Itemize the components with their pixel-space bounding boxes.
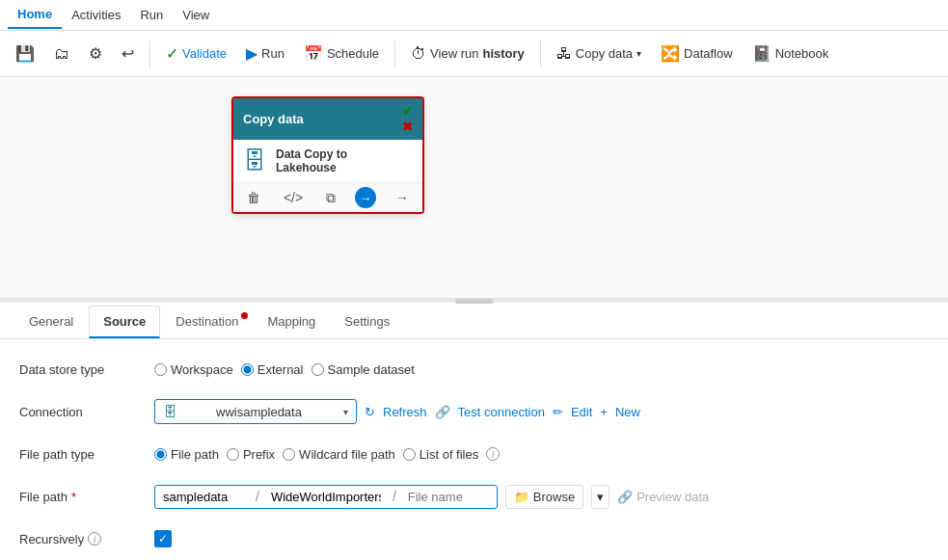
check-red-icon: ✖: [402, 120, 413, 134]
menu-bar: Home Activities Run View: [0, 0, 948, 31]
connection-arrow-icon: ▾: [343, 407, 348, 417]
browse-folder-icon: 📁: [514, 490, 529, 504]
file-path-label: File path *: [19, 490, 154, 504]
tab-general[interactable]: General: [15, 307, 87, 338]
gear-icon: ⚙: [89, 44, 102, 63]
schedule-button[interactable]: 📅 Schedule: [296, 40, 387, 67]
data-store-type-row: Data store type Workspace External Sampl…: [19, 355, 929, 384]
copy-node-title-line1: Data Copy to: [276, 147, 347, 161]
recursively-checkbox[interactable]: ✓: [154, 530, 172, 547]
view-run-history-button[interactable]: ⏱ View run history: [403, 41, 532, 67]
file-path-part3[interactable]: [400, 486, 497, 508]
file-path-type-label: File path type: [19, 447, 154, 462]
dataflow-button[interactable]: 🔀 Dataflow: [653, 40, 741, 67]
preview-data-link[interactable]: 🔗 Preview data: [617, 490, 709, 504]
check-green-icon: ✔: [402, 104, 413, 119]
recursively-row: Recursively i ✓: [19, 524, 929, 553]
refresh-link[interactable]: Refresh: [383, 405, 427, 419]
edit-link[interactable]: Edit: [571, 405, 592, 419]
undo-button[interactable]: ↩: [114, 40, 142, 67]
gear-button[interactable]: ⚙: [81, 40, 110, 67]
file-path-part1[interactable]: [155, 486, 252, 508]
copy-node-text: Data Copy to Lakehouse: [276, 147, 347, 174]
sep-slash-2: /: [391, 489, 398, 504]
radio-external[interactable]: External: [241, 362, 304, 377]
file-path-row: File path * / / 📁 Browse ▾ 🔗 Preview dat…: [19, 482, 929, 511]
tab-mapping[interactable]: Mapping: [254, 307, 329, 338]
toolbar: 💾 🗂 ⚙ ↩ ✓ Validate ▶ Run 📅 Schedule ⏱ Vi…: [0, 31, 948, 77]
file-path-type-row: File path type File path Prefix Wildcard…: [19, 440, 929, 468]
sep-slash-1: /: [254, 489, 261, 504]
file-path-group: / /: [154, 485, 498, 509]
sep-3: [540, 40, 541, 67]
connection-dropdown[interactable]: 🗄 wwisampledata ▾: [154, 399, 357, 424]
node-status: ✔ ✖: [402, 104, 413, 134]
node-arrow-button[interactable]: →: [392, 188, 413, 207]
copy-data-button[interactable]: 🖧 Copy data ▾: [549, 41, 649, 67]
radio-wildcard[interactable]: Wildcard file path: [283, 447, 395, 462]
copy-node-actions: 🗑 </> ⧉ → →: [233, 182, 422, 212]
save-icon: 💾: [15, 44, 35, 63]
node-delete-button[interactable]: 🗑: [243, 188, 264, 207]
destination-notif-badge: [241, 312, 248, 319]
data-store-type-controls: Workspace External Sample dataset: [154, 362, 415, 377]
test-connection-link[interactable]: Test connection: [458, 405, 545, 419]
notebook-button[interactable]: 📓 Notebook: [745, 40, 837, 67]
data-store-type-label: Data store type: [19, 362, 154, 377]
tab-destination[interactable]: Destination: [162, 307, 252, 338]
tab-source[interactable]: Source: [89, 306, 160, 338]
history-icon: ⏱: [411, 45, 426, 63]
node-code-button[interactable]: </>: [280, 188, 307, 207]
node-go-button[interactable]: →: [355, 187, 376, 208]
menu-activities[interactable]: Activities: [62, 2, 130, 28]
file-path-type-controls: File path Prefix Wildcard file path List…: [154, 447, 500, 462]
sep-2: [394, 40, 395, 67]
validate-icon: ✓: [166, 44, 178, 63]
file-path-type-info-icon[interactable]: i: [486, 447, 500, 461]
canvas-area: Copy data ✔ ✖ 🗄 Data Copy to Lakehouse 🗑…: [0, 77, 948, 299]
validate-button[interactable]: ✓ Validate: [158, 40, 234, 67]
connection-controls: 🗄 wwisampledata ▾ ↻ Refresh 🔗 Test conne…: [154, 399, 640, 424]
connection-db-icon: 🗄: [163, 404, 176, 419]
radio-prefix[interactable]: Prefix: [227, 447, 275, 462]
open-button[interactable]: 🗂: [46, 41, 77, 67]
dataflow-icon: 🔀: [661, 44, 680, 63]
connection-label: Connection: [19, 405, 154, 419]
recursively-info-icon[interactable]: i: [88, 532, 101, 546]
copy-data-node[interactable]: Copy data ✔ ✖ 🗄 Data Copy to Lakehouse 🗑…: [231, 96, 424, 214]
menu-view[interactable]: View: [173, 2, 219, 28]
recursively-label: Recursively i: [19, 532, 154, 547]
run-icon: ▶: [246, 44, 257, 63]
tabs-panel: General Source Destination Mapping Setti…: [0, 303, 948, 339]
file-path-part2[interactable]: [263, 486, 389, 508]
recursively-controls: ✓: [154, 530, 172, 547]
undo-icon: ↩: [122, 44, 134, 63]
browse-button[interactable]: 📁 Browse: [505, 485, 583, 509]
split-handle[interactable]: [455, 299, 494, 304]
new-link[interactable]: New: [615, 405, 640, 419]
sep-1: [149, 40, 150, 67]
radio-sample[interactable]: Sample dataset: [311, 362, 415, 377]
run-button[interactable]: ▶ Run: [238, 40, 292, 67]
form-area: Data store type Workspace External Sampl…: [0, 339, 948, 560]
link-icon: 🔗: [617, 490, 633, 504]
node-copy-button[interactable]: ⧉: [322, 188, 339, 208]
dropdown-arrow-icon: ▾: [637, 48, 641, 59]
copy-node-title: Copy data: [243, 112, 304, 126]
menu-run[interactable]: Run: [130, 2, 173, 28]
test-connection-icon: 🔗: [435, 405, 450, 419]
radio-workspace[interactable]: Workspace: [154, 362, 233, 377]
menu-home[interactable]: Home: [8, 1, 62, 29]
database-icon: 🗄: [243, 147, 266, 174]
copy-node-body: 🗄 Data Copy to Lakehouse: [233, 140, 422, 182]
tab-settings[interactable]: Settings: [331, 307, 403, 338]
connection-value: wwisampledata: [216, 405, 302, 419]
open-icon: 🗂: [54, 45, 69, 63]
notebook-icon: 📓: [752, 44, 772, 63]
radio-file-path[interactable]: File path: [154, 447, 219, 462]
edit-icon: ✏: [553, 405, 563, 419]
radio-list-files[interactable]: List of files: [403, 447, 478, 462]
browse-dropdown-button[interactable]: ▾: [591, 485, 609, 509]
save-button[interactable]: 💾: [8, 40, 42, 67]
copy-node-header: Copy data ✔ ✖: [233, 98, 422, 140]
